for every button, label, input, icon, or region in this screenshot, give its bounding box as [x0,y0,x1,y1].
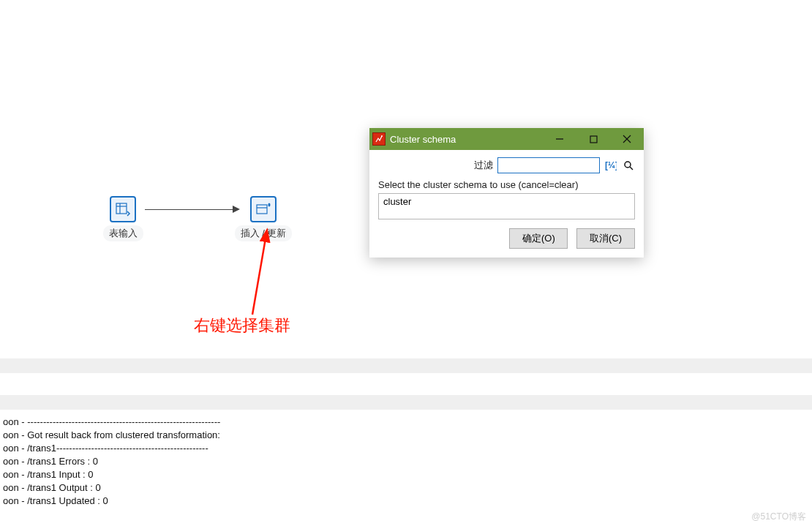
svg-rect-0 [116,203,127,214]
log-line: oon - /trans1 Output : 0 [3,481,809,495]
svg-text:[¼]: [¼] [605,160,617,170]
divider-strip [0,395,812,410]
log-output: oon - ----------------------------------… [0,411,812,508]
search-icon[interactable] [622,159,635,172]
log-line: oon - /trans1 Errors : 0 [3,455,809,468]
dialog-title: Cluster schema [390,134,543,145]
connector-line [145,209,233,210]
regex-icon[interactable]: [¼] [604,159,617,172]
dialog-body: 过滤 [¼] Select the cluster schema to use … [369,150,644,258]
step-table-input[interactable]: 表输入 [94,196,152,241]
svg-line-13 [630,167,633,170]
filter-label: 过滤 [474,159,493,172]
log-line: oon - Got result back from clustered tra… [3,429,809,442]
svg-point-6 [381,135,383,137]
minimize-button[interactable] [543,128,576,150]
list-item[interactable]: cluster [383,196,630,207]
dialog-prompt: Select the cluster schema to use (cancel… [378,179,635,190]
log-line: oon - /trans1 Updated : 0 [3,495,809,508]
schema-listbox[interactable]: cluster [378,193,635,219]
annotation-text: 右键选择集群 [194,315,290,337]
log-line: oon - ----------------------------------… [3,416,809,429]
svg-line-5 [252,238,266,315]
log-line: oon - /trans1---------------------------… [3,442,809,455]
divider-strip [0,358,812,373]
step-label: 表输入 [103,225,143,241]
app-icon [372,132,386,146]
table-input-icon [110,196,136,222]
svg-point-12 [625,162,631,168]
ok-button[interactable]: 确定(O) [509,228,568,249]
close-button[interactable] [610,128,644,150]
maximize-button[interactable] [576,128,610,150]
button-row: 确定(O) 取消(C) [378,228,635,249]
insert-update-icon [250,196,277,222]
log-line: oon - /trans1 Input : 0 [3,468,809,481]
annotation-arrow [223,234,311,322]
svg-rect-8 [590,136,597,143]
cluster-schema-dialog: Cluster schema 过滤 [¼] [369,128,644,258]
dialog-titlebar: Cluster schema [369,128,644,150]
filter-row: 过滤 [¼] [378,157,635,173]
watermark: @51CTO博客 [751,511,806,523]
cancel-button[interactable]: 取消(C) [576,228,635,249]
svg-rect-3 [257,205,267,214]
filter-input[interactable] [497,157,600,173]
